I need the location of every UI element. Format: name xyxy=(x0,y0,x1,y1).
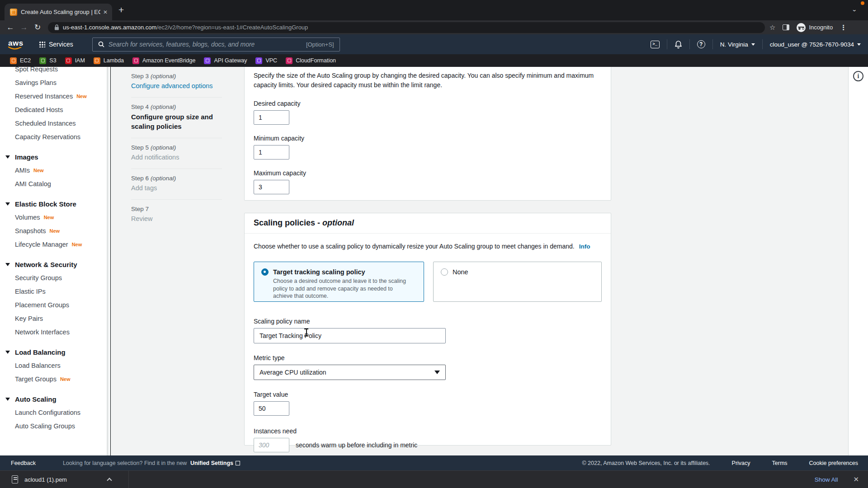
info-link[interactable]: Info xyxy=(579,243,590,250)
notifications-bell-icon[interactable] xyxy=(675,40,682,49)
region-selector[interactable]: N. Virginia xyxy=(720,41,755,48)
info-panel-rail: i xyxy=(848,67,868,455)
new-badge: New xyxy=(50,228,60,234)
feedback-button[interactable]: Feedback xyxy=(11,460,36,466)
file-chevron-up-icon[interactable] xyxy=(107,478,112,483)
radio-selected-icon[interactable] xyxy=(261,268,269,276)
radio-unselected-icon[interactable] xyxy=(441,268,448,276)
forward-button[interactable]: → xyxy=(17,23,31,32)
section-caret-icon xyxy=(5,202,10,206)
bookmark-iam[interactable]: IAM xyxy=(65,57,85,64)
sidebar-item-network-interfaces[interactable]: Network Interfaces xyxy=(0,325,110,339)
reload-button[interactable]: ↻ xyxy=(31,23,44,32)
new-badge: New xyxy=(60,376,71,382)
policy-name-label: Scaling policy name xyxy=(254,318,602,325)
services-menu[interactable]: Services xyxy=(49,41,73,48)
sidebar-item-savings-plans[interactable]: Savings Plans xyxy=(0,76,110,89)
aws-search-box[interactable]: Search for services, features, blogs, do… xyxy=(92,38,340,52)
address-bar[interactable]: us-east-1.console.aws.amazon.com/ec2/v2/… xyxy=(48,22,765,33)
sidebar-item-security-groups[interactable]: Security Groups xyxy=(0,271,110,285)
sidebar-item-volumes[interactable]: Volumes New xyxy=(0,211,110,224)
sidebar-item-ami-catalog[interactable]: AMI Catalog xyxy=(0,177,110,191)
favicon xyxy=(94,57,100,64)
cloudshell-icon[interactable]: >_ xyxy=(651,41,660,48)
sidebar-section-load-balancing[interactable]: Load Balancing xyxy=(0,345,110,359)
account-menu[interactable]: cloud_user @ 7526-7670-9034 xyxy=(770,41,861,48)
bookmark-vpc[interactable]: VPC xyxy=(255,57,277,64)
bookmarks-bar: EC2 S3 IAM Lambda Amazon EventBridge API… xyxy=(0,54,868,67)
back-button[interactable]: ← xyxy=(4,23,17,32)
sidebar-item-dedicated-hosts[interactable]: Dedicated Hosts xyxy=(0,103,110,117)
help-icon[interactable]: ? xyxy=(697,40,705,48)
favicon xyxy=(286,57,292,64)
unified-settings-link[interactable]: Unified Settings xyxy=(190,460,233,466)
favicon xyxy=(255,57,262,64)
sidebar-item-load-balancers[interactable]: Load Balancers xyxy=(0,359,110,372)
sidebar-item-key-pairs[interactable]: Key Pairs xyxy=(0,312,110,325)
sidebar-item-amis[interactable]: AMIs New xyxy=(0,164,110,177)
step-configure-advanced-options[interactable]: Step 3(optional) Configure advanced opti… xyxy=(131,67,222,98)
sidebar-section-elastic-block-store[interactable]: Elastic Block Store xyxy=(0,197,110,211)
tab-close-icon[interactable]: ✕ xyxy=(103,9,108,15)
search-placeholder: Search for services, features, blogs, do… xyxy=(108,41,306,48)
sidebar-item-launch-configurations[interactable]: Launch Configurations xyxy=(0,406,110,419)
target-tracking-policy-option[interactable]: Target tracking scaling policy Choose a … xyxy=(254,262,424,302)
step-add-notifications[interactable]: Step 5(optional) Add notifications xyxy=(131,138,222,169)
metric-type-select[interactable]: Average CPU utilization xyxy=(254,365,446,380)
desired-capacity-input[interactable]: 1 xyxy=(254,110,289,125)
step-add-tags[interactable]: Step 6(optional) Add tags xyxy=(131,169,222,200)
bookmark-star-icon[interactable]: ☆ xyxy=(769,23,775,32)
step-configure-group-size-and-scaling-policies[interactable]: Step 4(optional) Configure group size an… xyxy=(131,98,222,138)
target-value-input[interactable]: 50 xyxy=(254,401,289,416)
downloaded-file-button[interactable]: acloud1 (1).pem xyxy=(24,476,67,483)
side-panel-icon[interactable] xyxy=(783,24,789,30)
info-panel-toggle-icon[interactable]: i xyxy=(853,71,863,81)
wizard-steps: Step 3(optional) Configure advanced opti… xyxy=(131,67,222,230)
step-review[interactable]: Step 7 Review xyxy=(131,200,222,230)
show-all-downloads-link[interactable]: Show All xyxy=(815,476,838,483)
browser-menu-icon[interactable]: ⋮ xyxy=(840,23,847,32)
sidebar-item-snapshots[interactable]: Snapshots New xyxy=(0,224,110,238)
aws-logo[interactable]: aws xyxy=(8,39,24,50)
bookmark-amazon-eventbridge[interactable]: Amazon EventBridge xyxy=(132,57,195,64)
sidebar-section-auto-scaling[interactable]: Auto Scaling xyxy=(0,392,110,406)
cookie-preferences-link[interactable]: Cookie preferences xyxy=(809,460,858,466)
sidebar-item-auto-scaling-groups[interactable]: Auto Scaling Groups xyxy=(0,419,110,433)
services-grid-icon[interactable] xyxy=(39,41,45,47)
bookmark-lambda[interactable]: Lambda xyxy=(94,57,124,64)
incognito-badge: Incognito xyxy=(797,23,833,32)
section-caret-icon xyxy=(5,155,10,159)
minimum-capacity-input[interactable]: 1 xyxy=(254,145,289,160)
bookmark-cloudformation[interactable]: CloudFormation xyxy=(286,57,336,64)
browser-tab[interactable]: Create Auto Scaling group | EC ✕ xyxy=(5,4,112,20)
sidebar-item-scheduled-instances[interactable]: Scheduled Instances xyxy=(0,117,110,130)
aws-footer: Feedback Looking for language selection?… xyxy=(0,455,868,470)
close-shelf-icon[interactable]: ✕ xyxy=(853,475,859,483)
new-tab-button[interactable]: + xyxy=(118,5,124,14)
maximum-capacity-input[interactable]: 3 xyxy=(254,180,289,194)
sidebar-item-target-groups[interactable]: Target Groups New xyxy=(0,372,110,386)
sidebar-item-placement-groups[interactable]: Placement Groups xyxy=(0,298,110,312)
copyright-text: © 2022, Amazon Web Services, Inc. or its… xyxy=(582,460,710,466)
bookmark-s3[interactable]: S3 xyxy=(39,57,56,64)
sidebar-item-elastic-ips[interactable]: Elastic IPs xyxy=(0,285,110,298)
terms-link[interactable]: Terms xyxy=(772,460,788,466)
scaling-policies-title: Scaling policies -optional xyxy=(254,218,354,227)
sidebar-item-lifecycle-manager[interactable]: Lifecycle Manager New xyxy=(0,238,110,251)
sidebar-section-network-security[interactable]: Network & Security xyxy=(0,258,110,271)
sidebar-item-spot-requests[interactable]: Spot Requests xyxy=(0,67,110,76)
sidebar-scrollbar[interactable] xyxy=(107,67,108,455)
warmup-input[interactable]: 300 xyxy=(254,438,289,452)
window-chevron-icon[interactable]: ⌄ xyxy=(851,6,857,13)
sidebar-section-images[interactable]: Images xyxy=(0,150,110,164)
sidebar-item-reserved-instances[interactable]: Reserved Instances New xyxy=(0,89,110,103)
sidebar-item-capacity-reservations[interactable]: Capacity Reservations xyxy=(0,130,110,144)
bookmark-api-gateway[interactable]: API Gateway xyxy=(204,57,247,64)
policy-name-input[interactable]: Target Tracking Policy xyxy=(254,328,446,343)
none-policy-option[interactable]: None xyxy=(433,262,602,302)
file-icon xyxy=(12,475,18,483)
ec2-sidebar: Spot Requests Savings Plans Reserved Ins… xyxy=(0,67,110,455)
privacy-link[interactable]: Privacy xyxy=(732,460,750,466)
chevron-down-icon xyxy=(857,43,861,46)
bookmark-ec2[interactable]: EC2 xyxy=(10,57,31,64)
